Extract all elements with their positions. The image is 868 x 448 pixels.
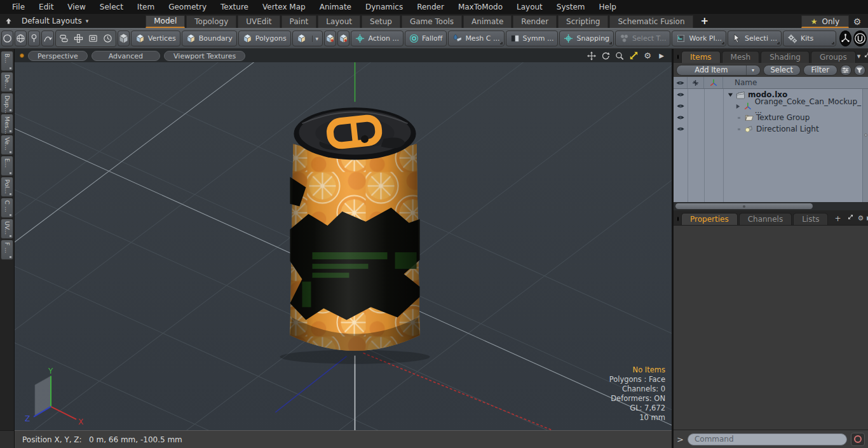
material-cube-icon[interactable] [324, 31, 336, 46]
gear-icon[interactable]: ⚙ [849, 15, 865, 28]
toolbox-tab-mesh[interactable]: Mes... [1, 114, 13, 134]
sphere-tool-icon[interactable] [15, 31, 27, 46]
falloff-button[interactable]: Falloff [405, 31, 447, 46]
toolbox-tab-curves[interactable]: C ... [1, 198, 13, 218]
list-options-icon[interactable] [840, 65, 851, 76]
visibility-eye-icon[interactable] [674, 112, 688, 123]
unreal-logo-icon[interactable] [853, 31, 867, 46]
menu-edit[interactable]: Edit [32, 0, 60, 14]
visibility-eye-icon[interactable] [674, 100, 688, 112]
symmetry-button[interactable]: Symm ... [506, 31, 559, 46]
mesh-constraint-button[interactable]: Mesh C ... [448, 31, 504, 46]
tripod-logo-icon[interactable] [839, 31, 851, 46]
select-button[interactable]: Select [763, 65, 801, 76]
viewport-projection-button[interactable]: Perspective [28, 51, 88, 61]
tab-shading[interactable]: Shading [761, 51, 810, 63]
action-center-button[interactable]: Action ... [351, 31, 403, 46]
panel-indicator-icon[interactable] [677, 217, 679, 221]
clock-icon[interactable] [100, 31, 115, 46]
toolbox-tab-vertex[interactable]: Ve... [1, 135, 13, 155]
menu-geometry[interactable]: Geometry [161, 0, 214, 14]
tree-row-directional-light[interactable]: Directional Light [674, 123, 868, 135]
vertical-scrollbar[interactable] [862, 89, 868, 202]
tab-mesh-ops[interactable]: Mesh ... [722, 51, 760, 63]
layout-tab-paint[interactable]: Paint [281, 15, 317, 28]
axis-column-icon[interactable] [704, 77, 723, 88]
menu-maxtomodo[interactable]: MaxToModo [451, 0, 510, 14]
toolbox-tab-deform[interactable]: De... [1, 72, 13, 92]
layout-tab-render[interactable]: Render [513, 15, 557, 28]
layout-tab-setup[interactable]: Setup [362, 15, 400, 28]
box-select-icon[interactable] [86, 31, 100, 46]
curve-tool-icon[interactable] [41, 31, 53, 46]
viewport-shading-button[interactable]: Advanced [92, 51, 160, 61]
toolbox-tab-polygon[interactable]: Pol... [1, 177, 13, 197]
select-through-button[interactable]: Select T... [615, 31, 670, 46]
rotate-view-icon[interactable] [600, 51, 611, 61]
menu-texture[interactable]: Texture [214, 0, 255, 14]
tab-overflow-icon[interactable]: ▾ [857, 52, 861, 60]
layouts-dropdown[interactable]: Default Layouts ▾ [17, 14, 93, 28]
cube-mode-icon[interactable] [118, 31, 130, 46]
tab-properties[interactable]: Properties [681, 213, 738, 225]
menu-system[interactable]: System [550, 0, 592, 14]
visibility-eye-icon[interactable] [674, 89, 688, 100]
tab-items[interactable]: Items [681, 51, 721, 63]
horizontal-scrollbar[interactable] [674, 202, 868, 210]
orange-can-model[interactable] [280, 107, 430, 363]
expand-panel-icon[interactable] [864, 51, 868, 60]
material-cube-alt-icon[interactable] [337, 31, 349, 46]
layout-tab-layout[interactable]: Layout [318, 15, 360, 28]
layout-tab-scripting[interactable]: Scripting [558, 15, 608, 28]
selection-sets-button[interactable]: Selecti ... [728, 31, 782, 46]
kits-button[interactable]: Kits [783, 31, 836, 46]
item-mode-dropdown[interactable]: ▾ [292, 31, 323, 46]
layout-tab-topology[interactable]: Topology [186, 15, 236, 28]
filter-button[interactable]: Filter [803, 65, 837, 76]
zoom-view-icon[interactable] [614, 51, 625, 61]
panel-indicator-icon[interactable] [677, 55, 679, 59]
toolbox-tab-edge[interactable]: E... [1, 156, 13, 176]
toolbox-tab-uv[interactable]: UV... [1, 219, 13, 239]
menu-vertex-map[interactable]: Vertex Map [255, 0, 313, 14]
viewport-menu-arrow-icon[interactable]: ▶ [656, 51, 667, 61]
pin-column-icon[interactable] [688, 77, 704, 88]
layout-tab-model[interactable]: Model [146, 15, 185, 28]
favorites-only-button[interactable]: ★ Only [801, 15, 849, 28]
tab-channels[interactable]: Channels [739, 213, 792, 225]
menu-dynamics[interactable]: Dynamics [358, 0, 410, 14]
tree-row-mesh[interactable]: Orange_Coke_Can_Mockup_ ... [674, 100, 868, 112]
tab-lists[interactable]: Lists [793, 213, 828, 225]
command-input[interactable] [688, 433, 847, 445]
menu-select[interactable]: Select [93, 0, 130, 14]
polygons-mode-button[interactable]: Polygons [238, 31, 291, 46]
add-item-button[interactable]: Add Item ▾ [676, 65, 761, 76]
layout-tab-schematic-fusion[interactable]: Schematic Fusion [609, 15, 693, 28]
pan-view-icon[interactable] [587, 51, 597, 61]
ellipse-tool-icon[interactable] [1, 31, 13, 46]
menu-view[interactable]: View [60, 0, 92, 14]
tab-groups[interactable]: Groups [811, 51, 856, 63]
menu-animate[interactable]: Animate [313, 0, 358, 14]
tree-row-texture-group[interactable]: Texture Group [674, 112, 868, 123]
menu-item[interactable]: Item [130, 0, 161, 14]
layout-tab-game-tools[interactable]: Game Tools [402, 15, 462, 28]
viewport-textures-button[interactable]: Viewport Textures [164, 51, 245, 61]
menu-render[interactable]: Render [410, 0, 451, 14]
expand-panel-icon[interactable] [847, 214, 854, 222]
visibility-eye-icon[interactable] [674, 123, 688, 135]
viewport-3d-canvas[interactable]: Y X Z No Items Polygons : Face Channels:… [15, 62, 672, 430]
viewport-options-gear-icon[interactable]: ⚙ [642, 51, 653, 61]
vertices-mode-button[interactable]: Vertices [131, 31, 180, 46]
pin-tool-icon[interactable] [28, 31, 40, 46]
toolbox-tab-basic[interactable]: B... [1, 51, 13, 71]
filter-funnel-icon[interactable] [854, 65, 865, 76]
visibility-column-eye-icon[interactable] [674, 77, 688, 88]
expand-arrow-icon[interactable] [735, 104, 741, 109]
layout-tab-uvedit[interactable]: UVEdit [238, 15, 280, 28]
record-macro-icon[interactable] [851, 433, 865, 446]
maximize-viewport-icon[interactable] [628, 51, 639, 61]
add-layout-tab-button[interactable]: + [695, 15, 715, 28]
panel-gear-icon[interactable]: ⚙ [857, 214, 864, 222]
viewport-indicator-icon[interactable] [20, 53, 24, 58]
